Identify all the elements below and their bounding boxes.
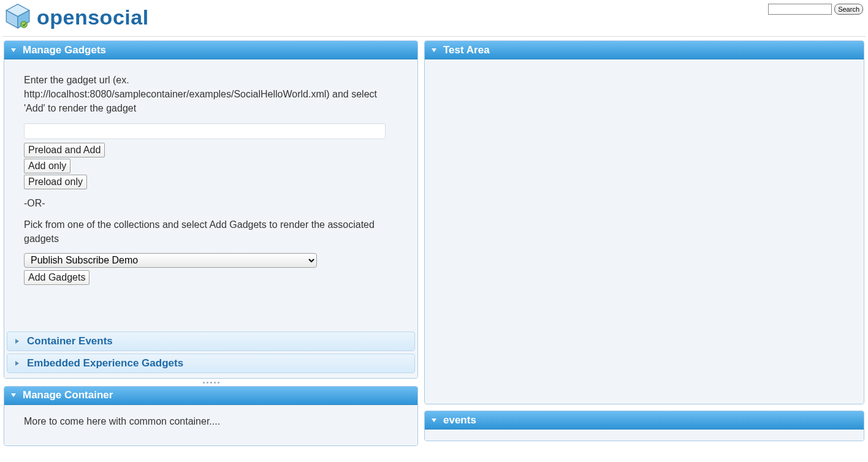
test-area-body: [425, 59, 864, 404]
chevron-right-icon: [15, 360, 20, 366]
gadget-collection-select[interactable]: Publish Subscribe Demo: [24, 253, 317, 268]
chevron-down-icon: [431, 417, 437, 423]
manage-gadgets-panel: Manage Gadgets Enter the gadget url (ex.…: [4, 40, 418, 379]
events-body: [425, 430, 864, 441]
search-button[interactable]: Search: [834, 4, 863, 15]
drag-handle[interactable]: [4, 381, 418, 385]
brand-logo: opensocial: [4, 2, 149, 32]
chevron-down-icon: [431, 47, 437, 53]
manage-gadgets-title: Manage Gadgets: [23, 44, 106, 56]
manage-gadgets-header[interactable]: Manage Gadgets: [4, 41, 417, 59]
manage-container-title: Manage Container: [23, 389, 113, 401]
svg-marker-8: [432, 48, 436, 52]
chevron-down-icon: [10, 47, 17, 53]
chevron-right-icon: [15, 338, 20, 344]
or-divider: -OR-: [24, 198, 398, 209]
search-input[interactable]: [768, 4, 832, 15]
accordion-label: Container Events: [27, 335, 113, 347]
events-header[interactable]: events: [425, 411, 864, 430]
test-area-panel: Test Area: [424, 40, 864, 404]
test-area-title: Test Area: [443, 44, 490, 56]
collection-instruction: Pick from one of the collections and sel…: [24, 218, 398, 246]
events-title: events: [443, 414, 476, 426]
svg-point-3: [21, 21, 27, 28]
chevron-down-icon: [10, 392, 17, 398]
events-panel: events: [424, 411, 864, 441]
test-area-header[interactable]: Test Area: [425, 41, 864, 59]
svg-marker-4: [11, 48, 16, 52]
svg-marker-9: [432, 418, 436, 422]
manage-container-text: More to come here with common container.…: [24, 416, 220, 426]
add-gadgets-button[interactable]: Add Gadgets: [24, 270, 89, 285]
opensocial-cube-icon: [4, 2, 37, 32]
preload-only-button[interactable]: Preload only: [24, 175, 87, 189]
add-only-button[interactable]: Add only: [24, 159, 70, 173]
manage-container-header[interactable]: Manage Container: [4, 387, 417, 405]
accordion-label: Embedded Experience Gadgets: [27, 357, 183, 369]
accordion-container-events[interactable]: Container Events: [7, 331, 415, 351]
accordion-ee-gadgets[interactable]: Embedded Experience Gadgets: [7, 354, 415, 373]
svg-marker-7: [11, 393, 16, 397]
gadget-url-input[interactable]: [24, 123, 386, 139]
preload-and-add-button[interactable]: Preload and Add: [24, 143, 105, 157]
svg-marker-5: [15, 339, 19, 344]
brand-name: opensocial: [37, 6, 149, 29]
gadget-url-instruction: Enter the gadget url (ex. http://localho…: [24, 73, 398, 116]
svg-marker-6: [15, 361, 19, 366]
manage-container-panel: Manage Container More to come here with …: [4, 386, 418, 446]
